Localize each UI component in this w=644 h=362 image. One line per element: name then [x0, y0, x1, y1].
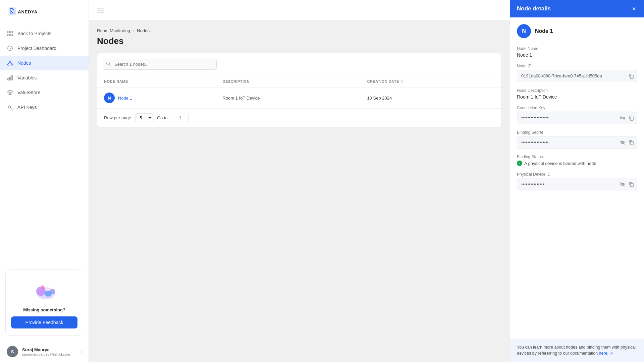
search-input-wrap — [103, 59, 217, 70]
field-binding-secret: Binding Secret — [517, 130, 637, 148]
layers-icon — [7, 89, 13, 96]
node-id-input[interactable] — [517, 70, 637, 82]
toggle-binding-secret-button[interactable] — [619, 139, 626, 146]
grid-icon — [7, 30, 13, 37]
breadcrumb-current: Nodes — [137, 28, 150, 33]
sidebar-item-nodes[interactable]: Nodes — [0, 56, 89, 70]
search-input[interactable] — [103, 59, 217, 70]
sort-icon: ⇅ — [400, 80, 403, 83]
page-title: Nodes — [97, 36, 502, 46]
col-header-node-name: NODE NAME — [97, 75, 216, 88]
main-content: Room Monitoring › Nodes Nodes — [89, 0, 510, 362]
sidebar-item-project-dashboard[interactable]: Project Dashboard — [0, 41, 89, 56]
chevron-right-icon: › — [80, 349, 82, 354]
footer-link-text: here. — [599, 351, 609, 356]
svg-line-14 — [10, 62, 12, 64]
field-node-description: Node Description Room 1 IoT Device — [517, 88, 637, 100]
node-name-value: Node 1 — [517, 52, 637, 58]
field-connection-key: Connection Key — [517, 106, 637, 124]
sidebar-item-label: ValueStore — [17, 90, 40, 95]
binding-secret-wrap — [517, 136, 637, 148]
sidebar-item-valuestore[interactable]: ValueStore — [0, 85, 89, 100]
sidebar-item-back-to-projects[interactable]: Back to Projects — [0, 26, 89, 41]
panel-node-header: N Node 1 — [517, 24, 637, 38]
svg-rect-16 — [9, 77, 11, 80]
anedya-logo: ANEDYA — [8, 6, 52, 18]
panel-header: Node details × — [510, 0, 644, 17]
nodes-table-card: NODE NAME DESCRIPTION CREATION DATE ⇅ N — [97, 53, 502, 127]
svg-point-18 — [8, 106, 11, 108]
sidebar-item-label: Variables — [17, 75, 37, 80]
physical-device-id-actions — [619, 181, 635, 188]
svg-point-23 — [41, 285, 45, 289]
connection-key-actions — [619, 115, 635, 121]
user-email: surajmaurya.dev@gmail.com — [22, 352, 76, 356]
breadcrumb-separator: › — [133, 28, 134, 33]
bar-chart-icon — [7, 74, 13, 81]
footer-info-text: You can learn more about nodes and bindi… — [517, 345, 636, 356]
chart-icon — [7, 45, 13, 52]
panel-close-button[interactable]: × — [631, 5, 637, 12]
binding-secret-label: Binding Secret — [517, 130, 637, 135]
panel-footer: You can learn more about nodes and bindi… — [510, 339, 644, 362]
sidebar-item-api-keys[interactable]: API Keys — [0, 100, 89, 115]
physical-device-id-label: Physical Device ID — [517, 172, 637, 177]
svg-point-11 — [7, 64, 9, 65]
svg-line-32 — [621, 140, 625, 144]
node-description-cell: Room 1 IoT Device — [216, 88, 361, 108]
connection-key-wrap — [517, 112, 637, 124]
row-per-page-label: Row per page — [104, 115, 131, 120]
svg-rect-5 — [8, 31, 9, 33]
sidebar: ANEDYA Back to Projects — [0, 0, 89, 362]
panel-node-avatar: N — [517, 24, 531, 38]
svg-rect-15 — [8, 78, 9, 80]
node-id-input-wrap — [517, 70, 637, 82]
copy-physical-device-id-button[interactable] — [628, 181, 635, 188]
goto-page-input[interactable] — [172, 114, 189, 122]
nodes-icon — [7, 60, 13, 66]
svg-line-29 — [621, 116, 625, 120]
panel-node-name: Node 1 — [535, 28, 553, 34]
sidebar-item-label: API Keys — [17, 105, 37, 110]
copy-node-id-button[interactable] — [628, 73, 635, 79]
binding-status-text: A physical device is binded with node — [524, 161, 596, 166]
connection-key-label: Connection Key — [517, 106, 637, 110]
documentation-link[interactable]: here. ↗ — [599, 351, 613, 356]
svg-point-12 — [11, 64, 13, 65]
breadcrumb: Room Monitoring › Nodes — [97, 28, 502, 33]
svg-rect-36 — [630, 183, 633, 187]
go-to-label: Go to — [157, 115, 168, 120]
sidebar-navigation: Back to Projects Project Dashboard — [0, 23, 89, 264]
copy-connection-key-button[interactable] — [628, 115, 635, 121]
svg-point-10 — [9, 61, 11, 62]
table-footer: Row per page 5 10 20 50 Go to — [97, 108, 501, 127]
node-id-label: Node ID — [517, 64, 637, 68]
node-name-label: Node Name — [517, 46, 637, 51]
sidebar-item-variables[interactable]: Variables — [0, 70, 89, 85]
binding-status-label: Binding Status — [517, 155, 637, 159]
binding-status-wrap: ✓ A physical device is binded with node — [517, 161, 637, 166]
node-avatar: N — [104, 93, 115, 103]
table-row: N Node 1 Room 1 IoT Device 10 Sep 2024 — [97, 88, 501, 108]
svg-line-13 — [8, 62, 10, 64]
breadcrumb-parent[interactable]: Room Monitoring — [97, 28, 130, 33]
node-name-cell: N Node 1 — [97, 88, 216, 108]
svg-line-35 — [621, 182, 625, 186]
user-info: Suraj Maurya surajmaurya.dev@gmail.com — [22, 347, 76, 356]
field-physical-device-id: Physical Device ID — [517, 172, 637, 190]
svg-rect-6 — [11, 31, 12, 33]
binding-secret-actions — [619, 139, 635, 146]
svg-point-24 — [39, 296, 53, 299]
node-date-cell: 10 Sep 2024 — [360, 88, 501, 108]
copy-binding-secret-button[interactable] — [628, 139, 635, 146]
toggle-connection-key-button[interactable] — [619, 115, 626, 121]
rows-per-page-select[interactable]: 5 10 20 50 — [135, 113, 153, 122]
user-profile[interactable]: S Suraj Maurya surajmaurya.dev@gmail.com… — [0, 341, 89, 362]
provide-feedback-button[interactable]: Provide Feedback — [11, 316, 77, 328]
node-name-link[interactable]: Node 1 — [118, 96, 132, 101]
feedback-card: Missing something? Provide Feedback — [5, 269, 83, 336]
physical-device-id-wrap — [517, 178, 637, 190]
svg-text:ANEDYA: ANEDYA — [18, 9, 38, 14]
hamburger-menu[interactable] — [97, 8, 104, 12]
toggle-physical-device-id-button[interactable] — [619, 181, 626, 188]
